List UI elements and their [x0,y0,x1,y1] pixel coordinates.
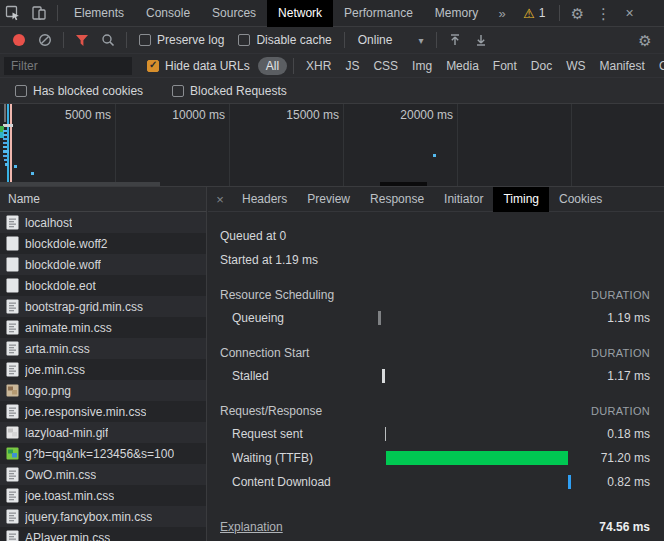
detail-tab-preview[interactable]: Preview [297,187,360,212]
request-row[interactable]: joe.min.css [0,359,206,380]
tab-performance[interactable]: Performance [333,0,424,27]
timing-sections: Resource SchedulingDURATIONQueueing1.19 … [220,284,650,494]
font-icon [6,278,19,293]
request-row[interactable]: OwO.min.css [0,464,206,485]
stylesheet-icon [6,467,19,482]
throttling-dropdown[interactable]: Online ▾ [350,33,432,47]
overview-mark [3,150,9,153]
timing-section-header: Request/ResponseDURATION [220,400,650,422]
request-row[interactable]: APlayer.min.css [0,527,206,541]
filter-funnel-icon[interactable] [69,27,95,54]
stylesheet-icon [6,299,19,314]
stylesheet-icon [6,488,19,503]
resource-type-filters: AllXHRJSCSSImgMediaFontDocWSManifestOthe… [257,57,664,75]
request-row[interactable]: animate.min.css [0,317,206,338]
timing-row: Waiting (TTFB)71.20 ms [220,446,650,470]
image-green-icon [6,446,19,461]
explanation-link[interactable]: Explanation [220,520,565,534]
overview-mark [3,146,7,148]
detail-tab-timing[interactable]: Timing [493,187,549,212]
request-row[interactable]: jquery.fancybox.min.css [0,506,206,527]
filter-type-media[interactable]: Media [446,59,479,73]
timing-bar [568,475,571,489]
clear-network-log-icon[interactable] [32,27,58,54]
filter-type-js[interactable]: JS [345,59,359,73]
timing-bar-track [375,475,565,489]
request-row[interactable]: blockdole.woff [0,254,206,275]
devtools-tabbar: ElementsConsoleSourcesNetworkPerformance… [0,0,664,27]
filter-type-xhr[interactable]: XHR [306,59,331,73]
stylesheet-icon [6,341,19,356]
network-overview-timeline[interactable]: 5000 ms10000 ms15000 ms20000 ms [0,104,664,187]
request-row[interactable]: joe.responsive.min.css [0,401,206,422]
record-network-log-icon[interactable] [6,27,32,54]
request-row[interactable]: blockdole.eot [0,275,206,296]
overflow-menu-icon[interactable]: ⋮ [591,0,617,27]
request-row[interactable]: g?b=qq&nk=123456&s=100 [0,443,206,464]
request-row[interactable]: arta.min.css [0,338,206,359]
request-row[interactable]: bootstrap-grid.min.css [0,296,206,317]
timing-phase-label: Content Download [220,475,375,489]
export-har-icon[interactable] [468,27,494,54]
hide-data-urls-label: Hide data URLs [165,59,250,73]
tab-memory[interactable]: Memory [424,0,489,27]
filter-type-doc[interactable]: Doc [531,59,552,73]
tab-network[interactable]: Network [267,0,333,27]
filter-input[interactable] [4,57,132,75]
request-row[interactable]: blockdole.woff2 [0,233,206,254]
filter-type-font[interactable]: Font [493,59,517,73]
name-column-header[interactable]: Name [0,187,207,212]
detail-tab-initiator[interactable]: Initiator [434,187,493,212]
filter-type-all[interactable]: All [258,57,287,75]
more-tabs-icon[interactable]: » [489,0,515,27]
overview-tick-label: 10000 ms [119,108,225,122]
request-row[interactable]: localhost [0,212,206,233]
filter-type-css[interactable]: CSS [373,59,398,73]
overview-tick-label: 20000 ms [347,108,453,122]
detail-tab-headers[interactable]: Headers [232,187,297,212]
request-row[interactable]: joe.toast.min.css [0,485,206,506]
request-row[interactable]: logo.png [0,380,206,401]
request-row[interactable]: lazyload-min.gif [0,422,206,443]
detail-tab-cookies[interactable]: Cookies [549,187,612,212]
tab-console[interactable]: Console [135,0,201,27]
close-detail-panel-icon[interactable]: × [208,192,232,207]
request-name: OwO.min.css [25,468,96,482]
name-column-label: Name [8,192,40,206]
device-toolbar-icon[interactable] [26,0,52,27]
hide-data-urls-checkbox[interactable]: Hide data URLs [147,59,250,73]
divider [57,5,58,21]
filter-type-other[interactable]: Other [659,59,664,73]
network-settings-gear-icon[interactable]: ⚙ [632,27,658,54]
request-name: joe.min.css [25,363,85,377]
timing-bar-track [375,451,565,465]
overview-scroll-segment [0,182,160,186]
network-toolbar: Preserve log Disable cache Online ▾ ⚙ [0,27,664,54]
disable-cache-checkbox[interactable]: Disable cache [238,33,331,47]
import-har-icon[interactable] [442,27,468,54]
timing-bar-track [375,427,565,441]
request-name: blockdole.woff2 [25,237,108,251]
close-devtools-icon[interactable]: × [617,0,643,27]
panel-headers: Name × HeadersPreviewResponseInitiatorTi… [0,187,664,212]
filter-type-ws[interactable]: WS [566,59,585,73]
request-name: animate.min.css [25,321,112,335]
divider [559,5,560,21]
filter-type-manifest[interactable]: Manifest [600,59,645,73]
tab-elements[interactable]: Elements [63,0,135,27]
has-blocked-cookies-checkbox[interactable]: Has blocked cookies [15,84,143,98]
blocked-requests-checkbox[interactable]: Blocked Requests [172,84,287,98]
filter-type-img[interactable]: Img [412,59,432,73]
inspect-element-icon[interactable] [0,0,26,27]
issues-badge[interactable]: ⚠ 1 [515,6,553,21]
tab-sources[interactable]: Sources [201,0,267,27]
preserve-log-checkbox[interactable]: Preserve log [139,33,224,47]
timing-phase-value: 0.18 ms [565,427,650,441]
detail-tab-response[interactable]: Response [360,187,434,212]
timing-phase-label: Stalled [220,369,375,383]
search-icon[interactable] [95,27,121,54]
request-name: logo.png [25,384,71,398]
settings-gear-icon[interactable]: ⚙ [565,0,591,27]
has-blocked-cookies-label: Has blocked cookies [33,84,143,98]
request-name: lazyload-min.gif [25,426,108,440]
